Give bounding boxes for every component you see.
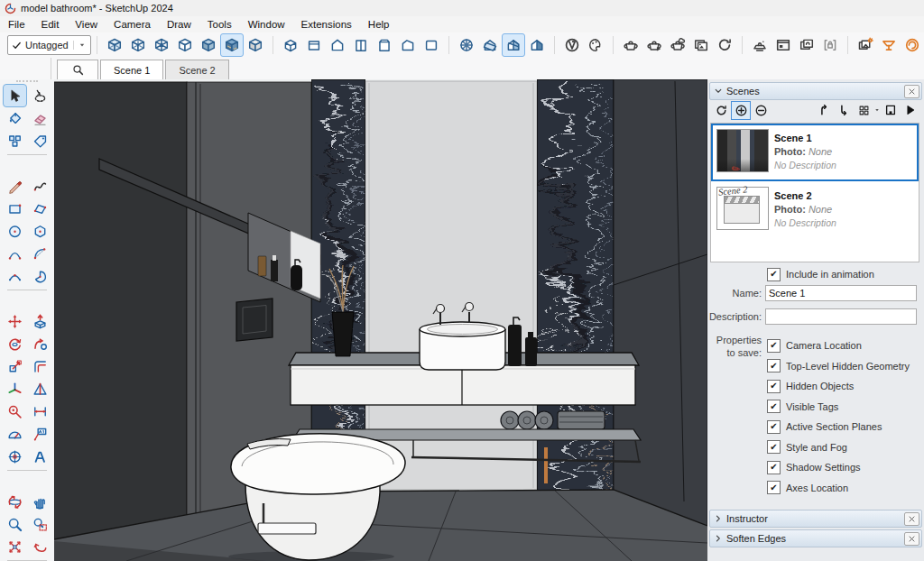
menu-item-draw[interactable]: Draw <box>159 19 199 30</box>
menu-item-window[interactable]: Window <box>240 19 293 30</box>
view-left-button[interactable] <box>396 33 420 57</box>
menu-item-extensions[interactable]: Extensions <box>293 19 360 30</box>
scene-1-thumbnail[interactable]: ✎ <box>716 129 769 172</box>
checkbox-shadow-settings[interactable] <box>767 461 781 474</box>
vray-lock-viewport-button[interactable] <box>818 33 842 57</box>
tool-tag[interactable] <box>28 129 52 152</box>
show-details-button[interactable] <box>881 101 901 120</box>
tool-zoom-window[interactable] <box>28 512 52 536</box>
tool-line[interactable] <box>3 174 27 198</box>
remove-scene-button[interactable] <box>751 101 771 120</box>
vray-render-button[interactable] <box>619 33 642 57</box>
tool-freehand[interactable] <box>28 174 52 198</box>
chevron-right-icon[interactable] <box>710 534 726 543</box>
checkbox-axes-location[interactable] <box>767 481 781 494</box>
toggle-details-button[interactable] <box>901 101 920 120</box>
description-field-input[interactable] <box>765 308 917 325</box>
style-shaded-textures-button[interactable] <box>220 33 244 57</box>
tool-select[interactable] <box>3 84 27 107</box>
instructor-panel-close-button[interactable] <box>904 512 919 526</box>
update-scene-button[interactable] <box>711 101 731 120</box>
tool-rectangle[interactable] <box>3 197 27 220</box>
tool-scale[interactable] <box>3 354 27 378</box>
tab-scene-1[interactable]: Scene 1 <box>100 60 163 79</box>
checkbox-top-level-hidden-geometry[interactable] <box>767 359 781 372</box>
style-shaded-button[interactable] <box>197 33 220 57</box>
tool-push-pull[interactable] <box>28 309 52 333</box>
vray-render-cloud-button[interactable] <box>666 33 689 57</box>
instructor-panel-header[interactable]: Instructor <box>709 510 922 528</box>
tab-scene-2[interactable]: Scene 2 <box>165 60 228 79</box>
display-section-cuts-button[interactable] <box>502 33 525 57</box>
tool-two-point-arc[interactable] <box>28 242 52 265</box>
name-field-input[interactable] <box>765 285 917 301</box>
tool-previous-view[interactable] <box>28 535 52 558</box>
tool-axes[interactable] <box>3 377 27 400</box>
tool-offset[interactable] <box>28 354 52 378</box>
menu-item-edit[interactable]: Edit <box>33 19 68 30</box>
tool-make-component[interactable] <box>3 129 27 152</box>
tool-section-plane[interactable] <box>28 377 52 400</box>
tool-move[interactable] <box>3 309 27 333</box>
view-options-caret-icon[interactable] <box>873 106 881 114</box>
style-monochrome-button[interactable] <box>244 33 267 57</box>
vray-refresh-button[interactable] <box>713 33 736 57</box>
checkbox-visible-tags[interactable] <box>767 400 781 413</box>
view-right-button[interactable] <box>349 33 373 57</box>
include-in-animation-checkbox[interactable] <box>767 268 781 281</box>
vray-render-viewport-button[interactable] <box>748 33 772 57</box>
scene-search-button[interactable] <box>57 60 98 79</box>
tool-eraser[interactable] <box>28 106 52 130</box>
tool-tape-measure[interactable] <box>3 400 27 423</box>
menu-item-file[interactable]: File <box>0 19 33 30</box>
menu-item-camera[interactable]: Camera <box>106 19 159 30</box>
model-viewport[interactable] <box>54 79 707 561</box>
display-section-fill-button[interactable] <box>525 33 549 57</box>
tool-pan[interactable] <box>28 490 52 513</box>
tool-pie[interactable] <box>28 264 52 288</box>
tool-axes-target[interactable] <box>3 445 27 468</box>
style-hidden-line-button[interactable] <box>173 33 197 57</box>
tool-protractor[interactable] <box>3 422 27 446</box>
vray-frame-buffer-window-button[interactable] <box>772 33 795 57</box>
tool-circle[interactable] <box>3 219 27 243</box>
scene-list-item-2[interactable]: Scene 2 Scene 2 Photo: None No Descripti… <box>711 181 919 239</box>
tool-orbit[interactable] <box>3 490 27 513</box>
vray-batch-render-button[interactable] <box>795 33 818 57</box>
vray-cosmos-browser-button[interactable] <box>901 33 924 57</box>
vray-asset-editor-button[interactable] <box>584 33 607 57</box>
move-scene-up-button[interactable] <box>814 101 834 120</box>
view-options-button[interactable] <box>854 101 873 120</box>
style-wireframe-button[interactable] <box>150 33 173 57</box>
vray-render-interactive-button[interactable] <box>642 33 666 57</box>
tool-dimensions[interactable] <box>28 400 52 423</box>
scene-2-thumbnail[interactable]: Scene 2 <box>716 187 769 230</box>
style-xray-button[interactable] <box>103 33 126 57</box>
style-back-edges-button[interactable] <box>126 33 150 57</box>
view-front-button[interactable] <box>326 33 349 57</box>
display-section-planes-button[interactable] <box>478 33 502 57</box>
scene-list-item-1[interactable]: ✎ Scene 1 Photo: None No Description <box>711 124 919 181</box>
tool-zoom-extents[interactable] <box>3 535 27 558</box>
move-scene-down-button[interactable] <box>834 101 854 120</box>
tool-zoom[interactable] <box>3 512 27 536</box>
menu-item-help[interactable]: Help <box>360 19 398 30</box>
tool-rotate[interactable] <box>3 332 27 355</box>
checkbox-hidden-objects[interactable] <box>767 380 781 393</box>
view-back-button[interactable] <box>373 33 396 57</box>
menu-item-tools[interactable]: Tools <box>199 19 240 30</box>
menu-item-view[interactable]: View <box>67 19 106 30</box>
tool-lasso[interactable] <box>28 84 52 107</box>
tool-text[interactable] <box>28 422 52 446</box>
section-plane-tool-button[interactable] <box>455 33 478 57</box>
tool-three-point-arc[interactable] <box>3 264 27 288</box>
tool-paint-bucket[interactable] <box>3 106 27 130</box>
soften-edges-panel-close-button[interactable] <box>904 532 919 546</box>
view-iso-button[interactable] <box>279 33 302 57</box>
tool-follow-me[interactable] <box>28 332 52 355</box>
vray-cosmos-plane-button[interactable] <box>877 33 901 57</box>
tool-rotated-rectangle[interactable] <box>28 197 52 220</box>
view-bottom-button[interactable] <box>420 33 443 57</box>
scenes-panel-header[interactable]: Scenes <box>709 82 922 100</box>
tool-arc[interactable] <box>3 242 27 265</box>
